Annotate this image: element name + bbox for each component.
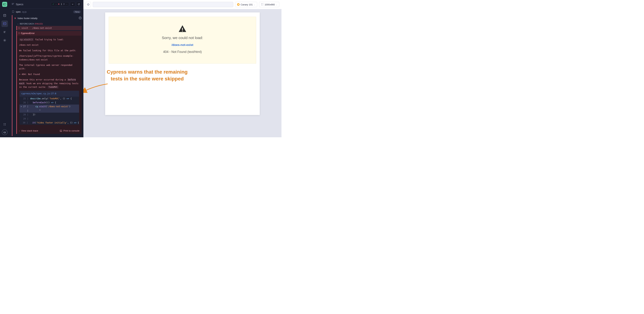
- svg-rect-4: [4, 23, 5, 24]
- cypress-logo[interactable]: cy: [2, 129, 8, 135]
- chevron-down-icon: ⌄: [276, 4, 277, 6]
- aut-viewport: Sorry, we could not load: /does-not-exis…: [84, 9, 282, 137]
- canary-icon: [237, 3, 240, 6]
- chevron-down-icon: ⌄: [17, 23, 19, 25]
- aut-toolbar: Canary 101 ⌄ 1000x660 ⌄: [84, 0, 282, 9]
- code-line: 28 | }): [20, 113, 79, 117]
- test-block: ✕ hides footer initially ⌄ BEFORE EACH (…: [12, 15, 84, 136]
- svg-rect-11: [182, 31, 183, 31]
- aut-iframe: Sorry, we could not load: /does-not-exis…: [105, 13, 260, 115]
- svg-rect-3: [4, 23, 6, 25]
- pass-icon: ✓: [52, 3, 54, 6]
- skipped-test-row[interactable]: adds 2 todos: [9, 136, 84, 137]
- test-title: hides footer initially: [18, 17, 38, 20]
- svg-rect-1: [4, 4, 4, 5]
- view-stack-trace[interactable]: View stack trace: [21, 129, 38, 132]
- fail-icon: ✕: [58, 3, 60, 6]
- header-title: Specs: [16, 3, 23, 6]
- reporter-header: Specs ✓ -- ✕ 1 ⟳ --: [9, 0, 84, 9]
- load-error-page: Sorry, we could not load: /does-not-exis…: [109, 17, 256, 64]
- spec-row[interactable]: spec .cy.js 76ms: [9, 9, 84, 15]
- bang-icon: !: [19, 32, 20, 35]
- spec-ext: .cy.js: [22, 11, 26, 13]
- next-button[interactable]: [70, 2, 75, 7]
- error-footer: › View stack trace Print to console: [16, 128, 82, 134]
- error-title: Sorry, we could not load:: [162, 36, 203, 40]
- code-line: > 27 | cy.visit('/does-not-exist'): [20, 105, 79, 109]
- nav-specs-icon[interactable]: [2, 12, 8, 19]
- code-frame: cypress/e2e/spec.cy.js:27:8 25 |describe…: [20, 91, 79, 125]
- nav-settings-icon[interactable]: [2, 37, 8, 44]
- fail-x-icon: ✕: [14, 17, 16, 20]
- error-status: 404 - Not Found (text/html): [163, 50, 202, 54]
- chevron-right-icon: ›: [19, 130, 20, 132]
- aut-panel: Canary 101 ⌄ 1000x660 ⌄ Sorry, we could …: [84, 0, 282, 137]
- code-file-link[interactable]: cypress/e2e/spec.cy.js:27:8: [20, 91, 79, 96]
- fail-count: 1: [61, 3, 62, 6]
- spec-name: spec: [16, 11, 21, 13]
- code-line: 26 | beforeEach(() => {: [20, 101, 79, 105]
- error-body: cy.visit() failed trying to load: /does-…: [16, 36, 82, 128]
- collapse-icon[interactable]: [12, 3, 14, 6]
- file-icon: [12, 10, 14, 13]
- nav-runs-icon[interactable]: [2, 21, 8, 27]
- reporter-panel: Specs ✓ -- ✕ 1 ⟳ -- spec .cy.js 7: [9, 0, 84, 137]
- hook-header[interactable]: ⌄ BEFORE EACH (FAILED): [12, 22, 84, 26]
- test-title-row[interactable]: ✕ hides footer initially: [12, 15, 84, 22]
- error-header: ! CypressError: [16, 31, 82, 36]
- rerun-button[interactable]: [76, 2, 81, 7]
- viewport-selector[interactable]: 1000x660 ⌄: [259, 2, 279, 7]
- arrow-icon: [84, 82, 108, 94]
- svg-point-9: [88, 4, 88, 5]
- pending-icon: ⟳: [63, 3, 65, 6]
- svg-point-5: [4, 40, 5, 41]
- command-row[interactable]: 1 visit /does-not-exist: [16, 26, 82, 30]
- run-stats: ✓ -- ✕ 1 ⟳ --: [51, 2, 69, 6]
- svg-rect-7: [60, 130, 62, 132]
- expand-icon: [261, 3, 264, 6]
- selector-playground-button[interactable]: [86, 2, 91, 7]
- error-path: /does-not-exist: [172, 43, 194, 47]
- code-line: 25 |describe.only('TodoMVC', () => {: [20, 97, 79, 101]
- code-line: 30 | it('hides footer initially', () => …: [20, 121, 79, 125]
- warn-icon[interactable]: [79, 17, 82, 20]
- spec-duration: 76ms: [73, 11, 81, 13]
- chevron-down-icon: ⌄: [254, 4, 255, 6]
- warning-icon: [178, 24, 187, 33]
- print-to-console[interactable]: Print to console: [60, 129, 80, 132]
- code-line: | ^: [20, 109, 79, 113]
- url-bar[interactable]: [93, 2, 233, 7]
- nav-debug-icon[interactable]: [2, 29, 8, 35]
- browser-selector[interactable]: Canary 101 ⌄: [235, 2, 257, 7]
- app-logo[interactable]: [2, 2, 7, 7]
- svg-rect-10: [182, 28, 183, 30]
- code-line: 29 |: [20, 117, 79, 121]
- nav-rail: cy: [0, 0, 9, 137]
- keyboard-icon[interactable]: [2, 121, 8, 128]
